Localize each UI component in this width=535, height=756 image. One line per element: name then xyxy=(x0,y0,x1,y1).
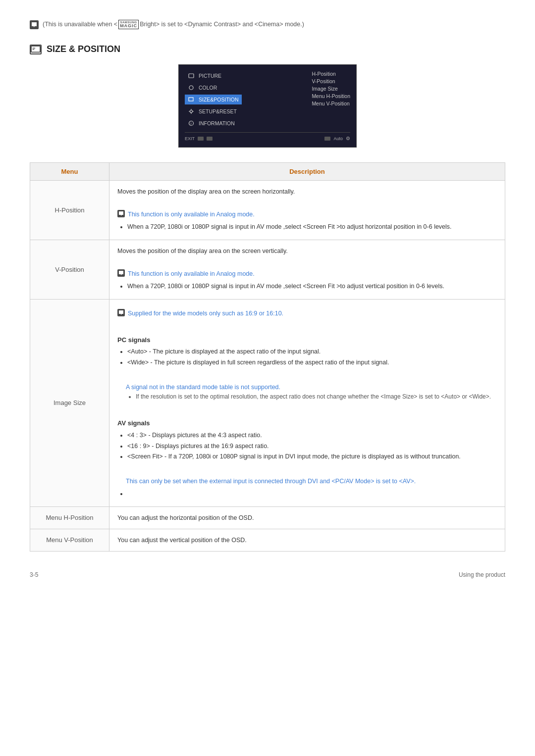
osd-menu: PICTURE COLOR SIZE&POSITION xyxy=(178,64,357,148)
footer-label: Using the product xyxy=(459,571,505,578)
desc-cell-menu-v-position: You can adjust the vertical position of … xyxy=(109,529,505,551)
page-number: 3-5 xyxy=(30,571,38,578)
menu-cell-image-size: Image Size xyxy=(30,299,109,506)
picture-icon xyxy=(188,72,195,79)
osd-submenu-v-position: V-Position xyxy=(312,78,350,84)
svg-point-4 xyxy=(189,86,193,90)
h-position-bullets: When a 720P, 1080i or 1080P signal is in… xyxy=(127,222,497,232)
h-position-intro: Moves the position of the display area o… xyxy=(117,187,497,197)
image-size-empty-item xyxy=(127,489,497,499)
note-icon-small-5 xyxy=(117,476,123,486)
size-position-icon xyxy=(30,45,42,54)
table-header-desc: Description xyxy=(109,163,505,181)
svg-rect-3 xyxy=(189,74,194,78)
image-size-signal-content: A signal not in the standard mode table … xyxy=(126,382,491,402)
v-position-note1: This function is only available in Analo… xyxy=(117,269,497,279)
menu-screenshot: PICTURE COLOR SIZE&POSITION xyxy=(30,64,505,148)
osd-footer-buttons: EXIT xyxy=(185,136,213,141)
osd-submenu-menu-h-position: Menu H-Position xyxy=(312,93,350,99)
desc-cell-v-position: Moves the position of the display area o… xyxy=(109,240,505,299)
setup-icon xyxy=(188,108,195,115)
image-size-dvi-note: This can only be set when the external i… xyxy=(117,476,497,486)
page-footer: 3-5 Using the product xyxy=(30,571,505,578)
size-pos-icon xyxy=(188,96,195,103)
image-size-wide-text: Supplied for the wide models only such a… xyxy=(128,308,283,318)
image-size-dvi-text: This can only be set when the external i… xyxy=(126,476,416,486)
osd-gear: ⚙ xyxy=(346,136,350,141)
table-row-h-position: H-Position Moves the position of the dis… xyxy=(30,181,505,240)
main-table: Menu Description H-Position Moves the po… xyxy=(30,162,505,552)
osd-footer: EXIT Auto ⚙ xyxy=(185,132,350,141)
top-note-text: (This is unavailable when <SAMSUNGMAGICB… xyxy=(43,20,304,29)
v-position-intro: Moves the position of the display area o… xyxy=(117,246,497,256)
image-size-signal-sub: If the resolution is set to the optimal … xyxy=(136,392,491,402)
note-icon xyxy=(30,20,39,29)
image-size-empty-bullet xyxy=(127,489,497,499)
v-position-bullets: When a 720P, 1080i or 1080P signal is in… xyxy=(127,282,497,291)
image-size-pc-auto: <Auto> - The picture is displayed at the… xyxy=(127,347,497,356)
desc-cell-image-size: Supplied for the wide models only such a… xyxy=(109,299,505,506)
v-position-note-text1: This function is only available in Analo… xyxy=(128,269,255,279)
osd-submenu-menu-v-position: Menu V-Position xyxy=(312,101,350,106)
menu-cell-v-position: V-Position xyxy=(30,240,109,299)
desc-cell-h-position: Moves the position of the display area o… xyxy=(109,181,505,240)
note-icon-small-4 xyxy=(117,382,123,392)
note-icon-small-3 xyxy=(117,309,125,316)
osd-submenu-h-position: H-Position xyxy=(312,71,350,77)
image-size-signal-sub-1: If the resolution is set to the optimal … xyxy=(136,392,491,402)
v-position-bullet-1: When a 720P, 1080i or 1080P signal is in… xyxy=(127,282,497,291)
osd-right-submenu: H-Position V-Position Image Size Menu H-… xyxy=(312,71,350,106)
image-size-av-43: <4 : 3> - Displays pictures at the 4:3 a… xyxy=(127,431,497,440)
table-row-v-position: V-Position Moves the position of the dis… xyxy=(30,240,505,299)
image-size-av-bullets: <4 : 3> - Displays pictures at the 4:3 a… xyxy=(127,431,497,461)
menu-cell-menu-h-position: Menu H-Position xyxy=(30,506,109,529)
h-position-note-text1: This function is only available in Analo… xyxy=(128,209,255,219)
image-size-pc-wide: <Wide> - The picture is displayed in ful… xyxy=(127,358,497,367)
osd-header: PICTURE COLOR SIZE&POSITION xyxy=(185,71,350,128)
h-position-note1: This function is only available in Analo… xyxy=(117,209,497,219)
menu-cell-menu-v-position: Menu V-Position xyxy=(30,529,109,551)
svg-point-6 xyxy=(190,110,193,113)
image-size-av-heading: AV signals xyxy=(117,418,497,429)
osd-item-color: COLOR xyxy=(185,83,242,93)
image-size-note-signal: A signal not in the standard mode table … xyxy=(117,382,497,402)
top-note: (This is unavailable when <SAMSUNGMAGICB… xyxy=(30,20,505,29)
table-row-menu-h-position: Menu H-Position You can adjust the horiz… xyxy=(30,506,505,529)
auto-label: Auto xyxy=(333,136,343,141)
info-icon: i xyxy=(188,120,195,127)
table-row-image-size: Image Size Supplied for the wide models … xyxy=(30,299,505,506)
osd-item-setup: SETUP&RESET xyxy=(185,106,242,116)
image-size-av-screenfit: <Screen Fit> - If a 720P, 1080i or 1080P… xyxy=(127,452,497,461)
section-title-text: SIZE & POSITION xyxy=(47,44,120,54)
svg-rect-5 xyxy=(189,98,193,101)
svg-text:i: i xyxy=(191,122,192,125)
h-position-bullet-1: When a 720P, 1080i or 1080P signal is in… xyxy=(127,222,497,232)
exit-label: EXIT xyxy=(185,136,195,141)
samsung-magic-logo: SAMSUNGMAGIC xyxy=(118,20,139,29)
menu-cell-h-position: H-Position xyxy=(30,181,109,240)
table-header-menu: Menu xyxy=(30,163,109,181)
osd-btn-1 xyxy=(198,137,204,141)
svg-rect-0 xyxy=(31,46,40,52)
image-size-note-wide: Supplied for the wide models only such a… xyxy=(117,308,497,318)
image-size-pc-heading: PC signals xyxy=(117,335,497,346)
color-icon xyxy=(188,84,195,91)
image-size-av-169: <16 : 9> - Displays pictures at the 16:9… xyxy=(127,442,497,451)
table-row-menu-v-position: Menu V-Position You can adjust the verti… xyxy=(30,529,505,551)
desc-cell-menu-h-position: You can adjust the horizontal position o… xyxy=(109,506,505,529)
osd-submenu-image-size: Image Size xyxy=(312,86,350,92)
osd-item-info: i INFORMATION xyxy=(185,118,242,128)
image-size-pc-bullets: <Auto> - The picture is displayed at the… xyxy=(127,347,497,367)
osd-btn-2 xyxy=(207,137,213,141)
note-icon-small-2 xyxy=(117,269,125,277)
image-size-signal-main: A signal not in the standard mode table … xyxy=(126,384,280,391)
osd-item-size-position: SIZE&POSITION xyxy=(185,95,242,104)
osd-left-menu: PICTURE COLOR SIZE&POSITION xyxy=(185,71,242,128)
note-icon-small-1 xyxy=(117,210,125,217)
osd-footer-right: Auto ⚙ xyxy=(324,136,350,141)
osd-item-picture: PICTURE xyxy=(185,71,242,81)
osd-btn-3 xyxy=(324,137,330,141)
section-title: SIZE & POSITION xyxy=(30,44,505,54)
